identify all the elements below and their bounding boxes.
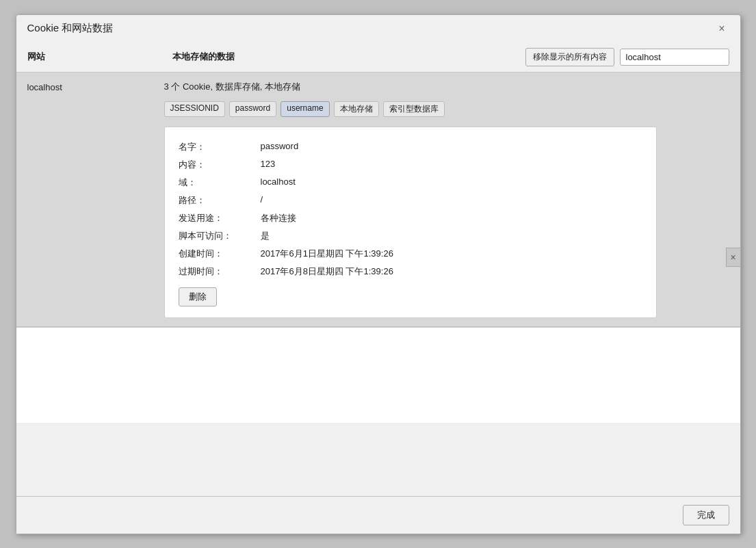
detail-label-domain: 域： [179,174,261,192]
side-close-button[interactable]: × [726,248,741,267]
detail-label-script: 脚本可访问： [179,227,261,245]
detail-value-name: password [261,138,642,156]
header-row: 网站 本地存储的数据 移除显示的所有内容 [16,42,740,72]
cookie-dialog: Cookie 和网站数据 × 网站 本地存储的数据 移除显示的所有内容 loca… [16,14,741,534]
tag-jsessionid[interactable]: JSESSIONID [164,101,225,117]
footer: 完成 [16,496,740,534]
detail-label-name: 名字： [179,138,261,156]
tags-row: JSESSIONID password username 本地存储 索引型数据库 [164,101,729,117]
detail-label-expires: 过期时间： [179,263,261,280]
col-website-header: 网站 [27,51,164,63]
detail-row-name: 名字： password [179,138,642,156]
site-name: localhost [27,81,164,92]
detail-value-path: / [261,192,642,209]
detail-value-script: 是 [261,227,642,245]
col-data-header: 本地存储的数据 [172,51,517,63]
detail-row-path: 路径： / [179,192,642,209]
site-data-col: 3 个 Cookie, 数据库存储, 本地存储 JSESSIONID passw… [164,81,729,318]
tag-localstorage[interactable]: 本地存储 [334,101,379,117]
detail-row-send: 发送用途： 各种连接 [179,209,642,227]
header-actions: 移除显示的所有内容 [525,48,729,66]
empty-section [16,327,740,423]
delete-button[interactable]: 删除 [179,287,217,306]
tag-indexeddb[interactable]: 索引型数据库 [383,101,445,117]
detail-value-created: 2017年6月1日星期四 下午1:39:26 [261,245,642,263]
site-row: localhost 3 个 Cookie, 数据库存储, 本地存储 JSESSI… [16,73,740,327]
detail-label-created: 创建时间： [179,245,261,263]
detail-table: 名字： password 内容： 123 域： localhost [179,138,642,280]
detail-label-content: 内容： [179,156,261,174]
done-button[interactable]: 完成 [683,505,729,525]
dialog-title: Cookie 和网站数据 [27,22,114,35]
close-button[interactable]: × [714,22,729,36]
remove-all-button[interactable]: 移除显示的所有内容 [525,48,614,66]
detail-value-content: 123 [261,156,642,174]
tag-password[interactable]: password [229,101,276,117]
content-area: localhost 3 个 Cookie, 数据库存储, 本地存储 JSESSI… [16,73,740,496]
detail-row-created: 创建时间： 2017年6月1日星期四 下午1:39:26 [179,245,642,263]
detail-row-script: 脚本可访问： 是 [179,227,642,245]
detail-label-send: 发送用途： [179,209,261,227]
detail-row-content: 内容： 123 [179,156,642,174]
search-input[interactable] [620,49,729,66]
detail-value-send: 各种连接 [261,209,642,227]
detail-box: 名字： password 内容： 123 域： localhost [164,127,657,318]
detail-row-expires: 过期时间： 2017年6月8日星期四 下午1:39:26 [179,263,642,280]
tag-username[interactable]: username [281,101,329,117]
detail-value-expires: 2017年6月8日星期四 下午1:39:26 [261,263,642,280]
detail-label-path: 路径： [179,192,261,209]
site-summary: 3 个 Cookie, 数据库存储, 本地存储 [164,81,729,93]
title-bar: Cookie 和网站数据 × [16,15,740,42]
detail-value-domain: localhost [261,174,642,192]
detail-row-domain: 域： localhost [179,174,642,192]
